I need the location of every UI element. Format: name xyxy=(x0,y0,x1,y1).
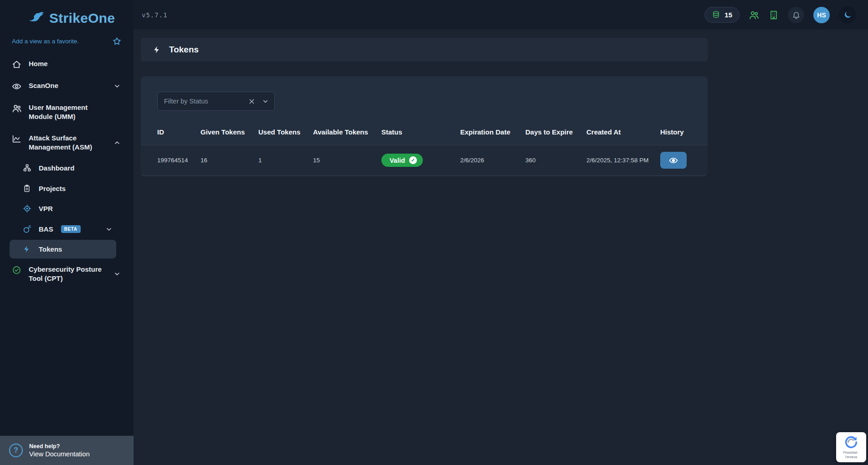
moon-icon xyxy=(843,10,852,19)
column-header-status: Status xyxy=(381,123,460,145)
app-version: v5.7.1 xyxy=(142,11,168,19)
cell-history xyxy=(660,145,708,176)
recaptcha-privacy-terms: Privacidad - Términos xyxy=(838,450,864,459)
view-history-button[interactable] xyxy=(660,152,687,169)
main-area: v5.7.1 15 xyxy=(134,0,868,465)
cell-available-tokens: 15 xyxy=(313,145,381,176)
sidebar-item-vpr[interactable]: VPR xyxy=(10,199,116,218)
sidebar-item-cpt[interactable]: Cybersecurity Posture Tool (CPT) xyxy=(0,259,134,289)
filter-placeholder: Filter by Status xyxy=(164,98,208,105)
column-header-days-to-expire: Days to Expire xyxy=(525,123,586,145)
recaptcha-badge[interactable]: Privacidad - Términos xyxy=(836,432,866,462)
sidebar-item-bas[interactable]: BAS BETA xyxy=(10,219,116,239)
help-title: Need help? xyxy=(29,443,90,450)
status-badge: Valid ✓ xyxy=(381,154,423,167)
cell-expiration-date: 2/6/2026 xyxy=(460,145,525,176)
content-area: Tokens Filter by Status xyxy=(134,30,868,465)
page-header: Tokens xyxy=(141,38,708,62)
attack-surface-icon xyxy=(12,134,22,144)
column-header-history: History xyxy=(660,123,708,145)
sidebar-item-label: BAS xyxy=(39,225,53,233)
clipboard-icon xyxy=(23,184,32,192)
bird-logo-icon xyxy=(26,9,46,27)
status-filter-select[interactable]: Filter by Status xyxy=(157,92,275,111)
chevron-down-icon xyxy=(113,270,121,278)
sidebar-nav: Home ScanOne User Management Module (UMM… xyxy=(0,53,134,289)
sidebar-item-label: Tokens xyxy=(39,245,62,253)
sidebar-item-asm[interactable]: Attack Surface Management (ASM) xyxy=(0,128,134,158)
bomb-icon xyxy=(23,225,32,233)
tokens-table: ID Given Tokens Used Tokens Available To… xyxy=(141,123,708,176)
help-bar: ? Need help? View Documentation xyxy=(0,436,134,465)
sidebar-item-label: ScanOne xyxy=(29,81,58,90)
dark-mode-toggle[interactable] xyxy=(839,6,856,24)
lightning-bolt-icon xyxy=(153,46,161,54)
cell-given-tokens: 16 xyxy=(200,145,258,176)
cell-used-tokens: 1 xyxy=(258,145,313,176)
sidebar-item-label: Home xyxy=(29,59,48,68)
column-header-given-tokens: Given Tokens xyxy=(200,123,258,145)
question-icon: ? xyxy=(9,444,23,457)
eye-icon xyxy=(669,156,678,165)
star-icon[interactable] xyxy=(112,36,122,46)
table-header-row: ID Given Tokens Used Tokens Available To… xyxy=(141,123,708,145)
app-name: StrikeOne xyxy=(49,10,115,26)
bell-icon xyxy=(788,7,804,23)
favorite-hint-row: Add a view as a favorite. xyxy=(0,30,134,53)
beta-badge: BETA xyxy=(61,225,81,233)
table-row: 199764514 16 1 15 Valid ✓ 2/6/2026 360 2 xyxy=(141,145,708,176)
sidebar-item-dashboard[interactable]: Dashboard xyxy=(10,158,116,178)
column-header-id: ID xyxy=(141,123,200,145)
column-header-expiration-date: Expiration Date xyxy=(460,123,525,145)
sidebar-item-label: VPR xyxy=(39,205,53,212)
team-button[interactable] xyxy=(749,10,760,21)
tokens-card: Filter by Status ID Given Tokens xyxy=(141,76,708,176)
users-icon xyxy=(12,103,22,114)
notifications-button[interactable] xyxy=(788,7,804,23)
sitemap-icon xyxy=(23,164,32,172)
sidebar-item-label: Cybersecurity Posture Tool (CPT) xyxy=(29,265,107,284)
organization-button[interactable] xyxy=(769,10,779,20)
topbar-actions: 15 xyxy=(704,6,856,24)
sidebar-item-umm[interactable]: User Management Module (UMM) xyxy=(0,97,134,128)
chevron-down-icon xyxy=(105,226,113,233)
cell-days-to-expire: 360 xyxy=(525,145,586,176)
building-icon xyxy=(769,10,779,20)
check-circle-icon xyxy=(12,265,22,275)
sidebar-item-tokens[interactable]: Tokens xyxy=(10,240,116,258)
chevron-down-icon[interactable] xyxy=(262,98,269,105)
sidebar-item-home[interactable]: Home xyxy=(0,53,134,75)
page-title: Tokens xyxy=(169,45,199,55)
app-logo[interactable]: StrikeOne xyxy=(0,0,134,30)
topbar: v5.7.1 15 xyxy=(134,0,868,30)
home-icon xyxy=(12,60,22,69)
favorite-hint: Add a view as a favorite. xyxy=(12,38,79,45)
status-label: Valid xyxy=(390,157,405,164)
token-count: 15 xyxy=(724,11,732,19)
target-icon xyxy=(23,204,32,213)
sidebar-item-label: Attack Surface Management (ASM) xyxy=(29,134,107,152)
column-header-created-at: Created At xyxy=(586,123,660,145)
recaptcha-icon xyxy=(844,435,858,449)
token-count-pill[interactable]: 15 xyxy=(704,7,740,23)
user-avatar[interactable]: HS xyxy=(813,7,830,23)
coins-icon xyxy=(712,10,720,19)
sidebar-item-label: Projects xyxy=(39,185,66,192)
chevron-up-icon xyxy=(113,139,121,146)
check-icon: ✓ xyxy=(409,156,417,164)
sidebar-item-label: Dashboard xyxy=(39,164,74,172)
sidebar-item-scanone[interactable]: ScanOne xyxy=(0,75,134,97)
sidebar-item-label: User Management Module (UMM) xyxy=(29,103,110,122)
clear-filter-icon[interactable] xyxy=(248,98,256,105)
cell-id: 199764514 xyxy=(141,145,200,176)
eye-icon xyxy=(12,82,22,91)
sidebar: StrikeOne Add a view as a favorite. Home xyxy=(0,0,134,465)
chevron-down-icon xyxy=(113,83,121,90)
view-documentation-link[interactable]: View Documentation xyxy=(29,450,90,458)
lightning-bolt-icon xyxy=(23,245,32,253)
cell-status: Valid ✓ xyxy=(381,145,460,176)
column-header-available-tokens: Available Tokens xyxy=(313,123,381,145)
cell-created-at: 2/6/2025, 12:37:58 PM xyxy=(586,145,660,176)
column-header-used-tokens: Used Tokens xyxy=(258,123,313,145)
sidebar-item-projects[interactable]: Projects xyxy=(10,179,116,198)
